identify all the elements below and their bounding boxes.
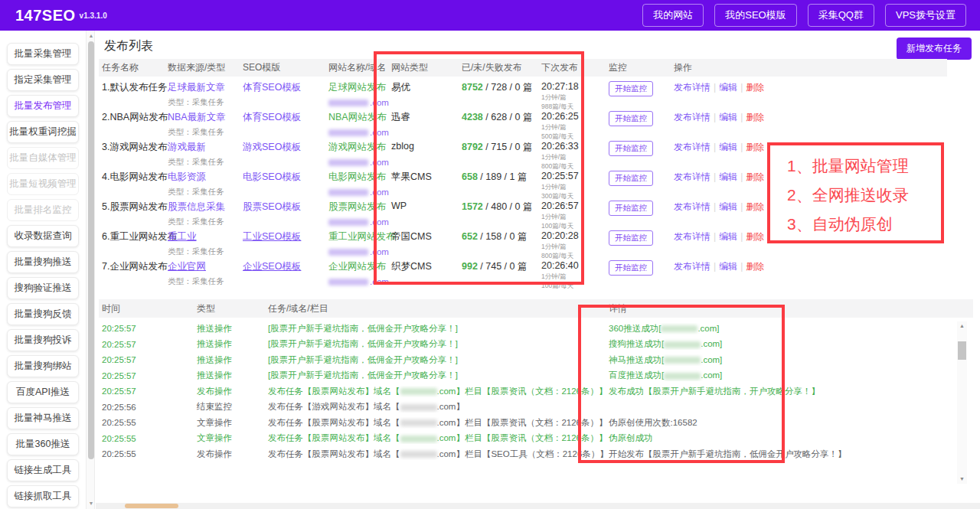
start-monitor-button[interactable]: 开始监控 <box>609 201 653 216</box>
delete-link[interactable]: 删除 <box>746 201 764 212</box>
edit-link[interactable]: 编辑 <box>719 82 737 93</box>
start-monitor-button[interactable]: 开始监控 <box>609 230 653 246</box>
sidebar-item[interactable]: 批量排名监控 <box>7 199 79 221</box>
source-link[interactable]: 电影资源 <box>168 171 206 182</box>
source-link[interactable]: NBA最新文章 <box>168 112 226 122</box>
sidebar-item[interactable]: 批量权重词挖掘 <box>7 121 79 143</box>
top-nav: 我的网站 我的SEO模版 采集QQ群 VPS拨号设置 <box>642 4 966 27</box>
log-table-header: 时间 类型 任务/域名/栏目 详情 <box>99 299 973 318</box>
seo-template-link[interactable]: 体育SEO模板 <box>243 112 301 122</box>
log-scroll-up-icon[interactable]: ▲ <box>957 321 967 331</box>
sidebar-item[interactable]: 批量搜狗绑站 <box>7 355 79 377</box>
top-nav-item[interactable]: VPS拨号设置 <box>885 4 966 27</box>
monitor-cell: 开始监控 <box>606 260 671 276</box>
sidebar-item[interactable]: 批量采集管理 <box>7 43 79 65</box>
source-link[interactable]: 企业官网 <box>168 261 206 272</box>
sidebar-item[interactable]: 收录数据查询 <box>7 225 79 247</box>
publish-detail-link[interactable]: 发布详情 <box>674 231 710 242</box>
delete-link[interactable]: 删除 <box>746 142 764 152</box>
scroll-down-icon[interactable]: ▼ <box>87 499 96 508</box>
delete-link[interactable]: 删除 <box>746 171 764 182</box>
seo-template-link[interactable]: 电影SEO模板 <box>243 171 301 182</box>
top-nav-item[interactable]: 我的SEO模版 <box>714 4 796 27</box>
source-link[interactable]: 重工业 <box>168 231 197 242</box>
seo-template-link[interactable]: 股票SEO模板 <box>243 201 301 212</box>
col-time: 时间 <box>99 302 194 315</box>
start-monitor-button[interactable]: 开始监控 <box>609 81 653 96</box>
log-task: 发布任务【股票网站发布】域名【.com】栏目【股票资讯（文档：2126条）】 <box>265 386 606 397</box>
delete-link[interactable]: 删除 <box>746 82 764 93</box>
seo-template-cell: 股票SEO模板 <box>240 201 325 214</box>
sidebar-item[interactable]: 批量发布管理 <box>7 95 79 117</box>
source-link[interactable]: 游戏最新 <box>168 142 206 152</box>
delete-link[interactable]: 删除 <box>746 112 764 122</box>
start-monitor-button[interactable]: 开始监控 <box>609 260 653 276</box>
published-count: 658 <box>462 171 478 182</box>
site-name: NBA网站发布 <box>328 111 388 124</box>
sidebar-item[interactable]: 批量神马推送 <box>7 407 79 429</box>
separator: | <box>714 261 716 272</box>
sidebar-item[interactable]: 批量360推送 <box>7 433 79 455</box>
edit-link[interactable]: 编辑 <box>719 201 737 212</box>
start-monitor-button[interactable]: 开始监控 <box>609 141 653 156</box>
horizontal-scrollbar[interactable] <box>96 503 980 509</box>
top-nav-item[interactable]: 我的网站 <box>642 4 704 27</box>
main-scrollbar-thumb[interactable] <box>88 41 94 459</box>
publish-detail-link[interactable]: 发布详情 <box>674 201 710 212</box>
seo-template-link[interactable]: 体育SEO模板 <box>243 82 301 93</box>
seo-template-link[interactable]: 企业SEO模板 <box>243 261 301 272</box>
separator: | <box>740 261 743 272</box>
log-scrollbar-thumb[interactable] <box>958 341 966 360</box>
data-source-cell: 企业官网 类型：采集任务 <box>165 260 240 287</box>
sidebar-item[interactable]: 百度API推送 <box>7 381 79 403</box>
monitor-cell: 开始监控 <box>606 201 671 216</box>
publish-counts-cell: 652 / 158 / 0 篇 <box>459 230 538 243</box>
edit-link[interactable]: 编辑 <box>719 261 737 272</box>
edit-link[interactable]: 编辑 <box>719 171 737 182</box>
sidebar-item[interactable]: 批量自媒体管理 <box>7 147 79 169</box>
sidebar-item[interactable]: 批量搜狗投诉 <box>7 329 79 351</box>
sidebar-item[interactable]: 批量短视频管理 <box>7 173 79 195</box>
sidebar-item[interactable]: 批量搜狗推送 <box>7 251 79 273</box>
edit-link[interactable]: 编辑 <box>719 231 737 242</box>
source-link[interactable]: 股票信息采集 <box>168 201 225 212</box>
publish-detail-link[interactable]: 发布详情 <box>674 261 710 272</box>
main-scrollbar[interactable]: ▲ ▼ <box>86 31 95 509</box>
log-detail: 开始发布【股票开户新手避坑指南，低佣金开户攻略分享！】 <box>606 449 955 460</box>
new-publish-task-button[interactable]: 新增发布任务 <box>897 38 972 60</box>
start-monitor-button[interactable]: 开始监控 <box>609 171 653 186</box>
publish-detail-link[interactable]: 发布详情 <box>674 112 710 122</box>
delete-link[interactable]: 删除 <box>746 231 764 242</box>
horizontal-scrollbar-thumb[interactable] <box>125 504 178 508</box>
next-publish-cell: 20:26:40 1分钟/篇 100篇/每天 <box>538 260 606 289</box>
data-source-cell: 足球最新文章 类型：采集任务 <box>165 81 240 108</box>
publish-detail-link[interactable]: 发布详情 <box>674 142 710 152</box>
published-count: 1572 <box>462 201 483 212</box>
next-publish-cell: 20:26:57 1分钟/篇 100篇/每天 <box>538 201 606 230</box>
sidebar-item[interactable]: 指定采集管理 <box>7 69 79 91</box>
publish-detail-link[interactable]: 发布详情 <box>674 82 710 93</box>
top-nav-item[interactable]: 采集QQ群 <box>808 4 874 27</box>
sidebar-item[interactable]: 链接抓取工具 <box>7 485 79 507</box>
source-type-label: 类型：采集任务 <box>168 217 240 227</box>
remaining-failed-count: / 158 / 0 篇 <box>480 231 527 242</box>
publish-detail-link[interactable]: 发布详情 <box>674 171 710 182</box>
delete-link[interactable]: 删除 <box>746 261 764 272</box>
sidebar-item[interactable]: 搜狗验证推送 <box>7 277 79 299</box>
edit-link[interactable]: 编辑 <box>719 112 737 122</box>
col-site-name: 网站名称/域名 <box>325 61 388 74</box>
seo-template-link[interactable]: 工业SEO模板 <box>243 231 301 242</box>
log-detail: 搜狗推送成功[.com] <box>606 338 955 350</box>
start-monitor-button[interactable]: 开始监控 <box>609 111 653 126</box>
source-link[interactable]: 足球最新文章 <box>168 82 225 93</box>
seo-template-link[interactable]: 游戏SEO模板 <box>243 142 301 152</box>
col-task-domain: 任务/域名/栏目 <box>265 302 606 315</box>
log-scrollbar[interactable]: ▲ ▼ <box>957 321 967 484</box>
page-title: 发布列表 <box>104 38 153 54</box>
log-scroll-down-icon[interactable]: ▼ <box>957 475 967 484</box>
edit-link[interactable]: 编辑 <box>719 142 737 152</box>
main-content: 发布列表 新增发布任务 任务名称 数据来源/类型 SEO模版 网站名称/域名 网… <box>96 31 980 509</box>
scroll-up-icon[interactable]: ▲ <box>87 31 96 41</box>
sidebar-item[interactable]: 链接生成工具 <box>7 459 79 481</box>
sidebar-item[interactable]: 批量搜狗反馈 <box>7 303 79 325</box>
